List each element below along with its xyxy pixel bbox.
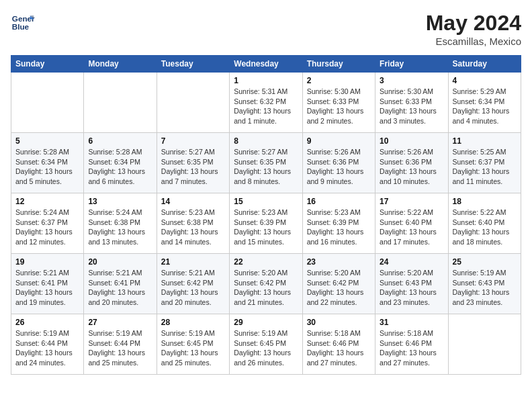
calendar-day-1: 1Sunrise: 5:31 AM Sunset: 6:32 PM Daylig… [230, 73, 302, 133]
day-number: 24 [380, 257, 443, 267]
day-info: Sunrise: 5:19 AM Sunset: 6:45 PM Dayligh… [234, 328, 298, 368]
day-number: 3 [380, 76, 443, 85]
calendar-day-22: 22Sunrise: 5:20 AM Sunset: 6:42 PM Dayli… [230, 254, 302, 314]
day-header-sunday: Sunday [11, 56, 84, 73]
day-number: 10 [380, 136, 443, 146]
day-info: Sunrise: 5:27 AM Sunset: 6:35 PM Dayligh… [234, 147, 298, 187]
day-info: Sunrise: 5:30 AM Sunset: 6:33 PM Dayligh… [380, 87, 443, 126]
calendar-day-31: 31Sunrise: 5:18 AM Sunset: 6:46 PM Dayli… [375, 314, 448, 375]
calendar-day-5: 5Sunrise: 5:28 AM Sunset: 6:34 PM Daylig… [11, 133, 84, 193]
calendar-day-30: 30Sunrise: 5:18 AM Sunset: 6:46 PM Dayli… [302, 314, 375, 375]
calendar-day-29: 29Sunrise: 5:19 AM Sunset: 6:45 PM Dayli… [230, 314, 302, 375]
page-header: General Blue May 2024 Escamillas, Mexico [11, 11, 521, 47]
location-subtitle: Escamillas, Mexico [426, 36, 521, 47]
calendar-table: SundayMondayTuesdayWednesdayThursdayFrid… [11, 55, 521, 375]
calendar-day-26: 26Sunrise: 5:19 AM Sunset: 6:44 PM Dayli… [11, 314, 84, 375]
day-number: 31 [380, 318, 443, 327]
day-info: Sunrise: 5:21 AM Sunset: 6:41 PM Dayligh… [88, 268, 152, 308]
day-number: 19 [15, 257, 79, 267]
calendar-day-4: 4Sunrise: 5:29 AM Sunset: 6:34 PM Daylig… [448, 73, 521, 133]
day-info: Sunrise: 5:28 AM Sunset: 6:34 PM Dayligh… [15, 147, 79, 187]
calendar-day-8: 8Sunrise: 5:27 AM Sunset: 6:35 PM Daylig… [230, 133, 302, 193]
day-info: Sunrise: 5:19 AM Sunset: 6:45 PM Dayligh… [161, 328, 225, 368]
svg-text:Blue: Blue [12, 22, 30, 31]
day-info: Sunrise: 5:31 AM Sunset: 6:32 PM Dayligh… [234, 87, 298, 126]
day-info: Sunrise: 5:23 AM Sunset: 6:38 PM Dayligh… [161, 208, 225, 247]
day-info: Sunrise: 5:18 AM Sunset: 6:46 PM Dayligh… [307, 328, 371, 368]
calendar-week-row: 19Sunrise: 5:21 AM Sunset: 6:41 PM Dayli… [11, 254, 521, 314]
day-header-saturday: Saturday [448, 56, 521, 73]
day-info: Sunrise: 5:27 AM Sunset: 6:35 PM Dayligh… [161, 147, 225, 187]
day-info: Sunrise: 5:28 AM Sunset: 6:34 PM Dayligh… [88, 147, 152, 187]
title-block: May 2024 Escamillas, Mexico [426, 11, 521, 47]
day-info: Sunrise: 5:24 AM Sunset: 6:37 PM Dayligh… [15, 208, 79, 247]
calendar-day-23: 23Sunrise: 5:20 AM Sunset: 6:42 PM Dayli… [302, 254, 375, 314]
day-number: 29 [234, 318, 298, 327]
calendar-day-10: 10Sunrise: 5:26 AM Sunset: 6:36 PM Dayli… [375, 133, 448, 193]
day-number: 2 [307, 76, 371, 85]
day-number: 5 [15, 136, 79, 146]
day-number: 16 [307, 197, 371, 206]
calendar-day-12: 12Sunrise: 5:24 AM Sunset: 6:37 PM Dayli… [11, 193, 84, 254]
day-info: Sunrise: 5:22 AM Sunset: 6:40 PM Dayligh… [380, 208, 443, 247]
calendar-day-2: 2Sunrise: 5:30 AM Sunset: 6:33 PM Daylig… [302, 73, 375, 133]
day-info: Sunrise: 5:19 AM Sunset: 6:43 PM Dayligh… [453, 268, 517, 308]
day-number: 13 [88, 197, 152, 206]
day-number: 17 [380, 197, 443, 206]
calendar-day-27: 27Sunrise: 5:19 AM Sunset: 6:44 PM Dayli… [84, 314, 157, 375]
day-number: 23 [307, 257, 371, 267]
calendar-day-17: 17Sunrise: 5:22 AM Sunset: 6:40 PM Dayli… [375, 193, 448, 254]
day-number: 14 [161, 197, 225, 206]
calendar-week-row: 1Sunrise: 5:31 AM Sunset: 6:32 PM Daylig… [11, 73, 521, 133]
day-number: 21 [161, 257, 225, 267]
day-info: Sunrise: 5:21 AM Sunset: 6:42 PM Dayligh… [161, 268, 225, 308]
day-info: Sunrise: 5:23 AM Sunset: 6:39 PM Dayligh… [307, 208, 371, 247]
day-info: Sunrise: 5:19 AM Sunset: 6:44 PM Dayligh… [15, 328, 79, 368]
month-title: May 2024 [426, 11, 521, 36]
day-number: 7 [161, 136, 225, 146]
day-info: Sunrise: 5:23 AM Sunset: 6:39 PM Dayligh… [234, 208, 298, 247]
calendar-day-14: 14Sunrise: 5:23 AM Sunset: 6:38 PM Dayli… [157, 193, 229, 254]
calendar-day-19: 19Sunrise: 5:21 AM Sunset: 6:41 PM Dayli… [11, 254, 84, 314]
calendar-day-15: 15Sunrise: 5:23 AM Sunset: 6:39 PM Dayli… [230, 193, 302, 254]
day-number: 12 [15, 197, 79, 206]
calendar-empty-cell [84, 73, 157, 133]
day-number: 28 [161, 318, 225, 327]
calendar-empty-cell [11, 73, 84, 133]
logo-icon: General Blue [11, 11, 35, 35]
calendar-day-20: 20Sunrise: 5:21 AM Sunset: 6:41 PM Dayli… [84, 254, 157, 314]
calendar-day-16: 16Sunrise: 5:23 AM Sunset: 6:39 PM Dayli… [302, 193, 375, 254]
day-info: Sunrise: 5:22 AM Sunset: 6:40 PM Dayligh… [453, 208, 517, 247]
day-number: 15 [234, 197, 298, 206]
calendar-day-24: 24Sunrise: 5:20 AM Sunset: 6:43 PM Dayli… [375, 254, 448, 314]
day-number: 11 [453, 136, 517, 146]
calendar-day-28: 28Sunrise: 5:19 AM Sunset: 6:45 PM Dayli… [157, 314, 229, 375]
day-number: 20 [88, 257, 152, 267]
day-header-monday: Monday [84, 56, 157, 73]
calendar-week-row: 12Sunrise: 5:24 AM Sunset: 6:37 PM Dayli… [11, 193, 521, 254]
day-info: Sunrise: 5:18 AM Sunset: 6:46 PM Dayligh… [380, 328, 443, 368]
calendar-week-row: 26Sunrise: 5:19 AM Sunset: 6:44 PM Dayli… [11, 314, 521, 375]
day-info: Sunrise: 5:24 AM Sunset: 6:38 PM Dayligh… [88, 208, 152, 247]
day-header-tuesday: Tuesday [157, 56, 229, 73]
day-number: 26 [15, 318, 79, 327]
day-info: Sunrise: 5:20 AM Sunset: 6:42 PM Dayligh… [234, 268, 298, 308]
day-number: 8 [234, 136, 298, 146]
calendar-day-13: 13Sunrise: 5:24 AM Sunset: 6:38 PM Dayli… [84, 193, 157, 254]
day-header-wednesday: Wednesday [230, 56, 302, 73]
day-number: 9 [307, 136, 371, 146]
calendar-header-row: SundayMondayTuesdayWednesdayThursdayFrid… [11, 56, 521, 73]
calendar-day-11: 11Sunrise: 5:25 AM Sunset: 6:37 PM Dayli… [448, 133, 521, 193]
calendar-day-25: 25Sunrise: 5:19 AM Sunset: 6:43 PM Dayli… [448, 254, 521, 314]
day-info: Sunrise: 5:20 AM Sunset: 6:42 PM Dayligh… [307, 268, 371, 308]
calendar-day-6: 6Sunrise: 5:28 AM Sunset: 6:34 PM Daylig… [84, 133, 157, 193]
calendar-day-9: 9Sunrise: 5:26 AM Sunset: 6:36 PM Daylig… [302, 133, 375, 193]
day-info: Sunrise: 5:25 AM Sunset: 6:37 PM Dayligh… [453, 147, 517, 187]
day-number: 1 [234, 76, 298, 85]
day-info: Sunrise: 5:26 AM Sunset: 6:36 PM Dayligh… [307, 147, 371, 187]
day-info: Sunrise: 5:26 AM Sunset: 6:36 PM Dayligh… [380, 147, 443, 187]
calendar-empty-cell [448, 314, 521, 375]
calendar-day-3: 3Sunrise: 5:30 AM Sunset: 6:33 PM Daylig… [375, 73, 448, 133]
day-info: Sunrise: 5:20 AM Sunset: 6:43 PM Dayligh… [380, 268, 443, 308]
day-number: 6 [88, 136, 152, 146]
